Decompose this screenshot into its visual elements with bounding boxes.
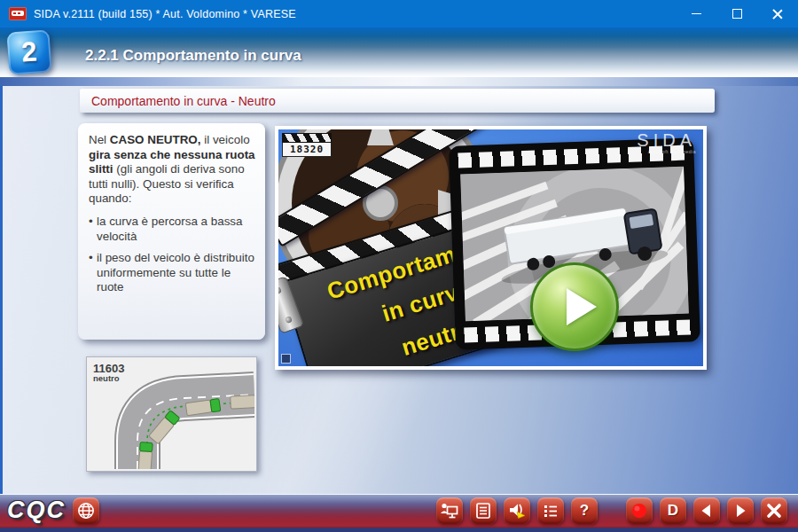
window-title: SIDA v.2111 (build 155) * Aut. Voldomino… (34, 8, 296, 20)
minimize-button[interactable] (676, 0, 716, 27)
previous-button[interactable] (693, 497, 720, 524)
window-left-border (0, 86, 3, 532)
record-icon (630, 501, 649, 520)
chapter-title: 2.2.1 Comportamento in curva (85, 47, 301, 65)
maximize-icon (732, 9, 742, 19)
exit-icon (764, 501, 784, 520)
close-button[interactable] (757, 0, 798, 27)
header-divider (0, 77, 798, 86)
section-title-bar: Comportamento in curva - Neutro (80, 89, 715, 113)
play-button[interactable] (530, 262, 619, 351)
next-button[interactable] (727, 497, 754, 524)
dictionary-button[interactable]: D (660, 497, 686, 524)
dictionary-icon: D (668, 502, 678, 520)
audio-button[interactable] (504, 497, 530, 524)
clip-number-tag: 18320 (282, 133, 332, 157)
window-titlebar: SIDA v.2111 (build 155) * Aut. Voldomino… (0, 0, 798, 27)
curve-label: neutro (93, 373, 120, 383)
bus-icon (9, 7, 27, 20)
teacher-screen-button[interactable] (436, 497, 463, 524)
text-page-icon (473, 501, 493, 520)
exit-button[interactable] (761, 497, 787, 524)
next-icon (731, 501, 750, 520)
list-item: •la curva è percorsa a bassa velocità (89, 215, 257, 244)
footer-strip (0, 528, 798, 532)
help-icon: ? (580, 502, 589, 520)
minimize-icon (692, 13, 701, 15)
video-thumbnail-panel[interactable]: Comportamento in curva neutro (275, 126, 707, 370)
toolbar-buttons: ? D (436, 497, 787, 524)
chapter-badge: 2 (6, 29, 51, 74)
globe-button[interactable] (73, 497, 99, 524)
list-item: •il peso del veicolo è distribuito unifo… (89, 251, 257, 295)
text-page-button[interactable] (470, 497, 497, 524)
section-title: Comportamento in curva - Neutro (80, 94, 276, 108)
record-button[interactable] (626, 497, 653, 524)
media-marker-icon (281, 354, 291, 364)
previous-icon (697, 501, 716, 520)
close-icon (772, 9, 783, 20)
cqc-logo: CQC (7, 497, 66, 524)
audio-speaker-icon (506, 500, 528, 521)
lesson-bullets: •la curva è percorsa a bassa velocità •i… (89, 215, 257, 295)
globe-icon (76, 501, 96, 520)
index-list-icon (541, 501, 560, 520)
lesson-paragraph: Nel CASO NEUTRO, il veicolo gira senza c… (89, 133, 257, 207)
curve-diagram-thumbnail: 11603 neutro (86, 356, 257, 472)
chapter-header: 2 2.2.1 Comportamento in curva (0, 27, 798, 77)
sida-watermark: SIDA AutoSoft Multimedia (637, 131, 696, 154)
maximize-button[interactable] (716, 0, 757, 27)
mini-clapper-icon (282, 133, 332, 143)
help-button[interactable]: ? (571, 497, 598, 524)
index-list-button[interactable] (537, 497, 564, 524)
window-controls (676, 0, 798, 27)
sida-window: SIDA v.2111 (build 155) * Aut. Voldomino… (0, 0, 798, 532)
clip-number: 18320 (282, 143, 332, 157)
lesson-text-card: Nel CASO NEUTRO, il veicolo gira senza c… (78, 123, 265, 340)
teacher-screen-icon (440, 501, 459, 520)
